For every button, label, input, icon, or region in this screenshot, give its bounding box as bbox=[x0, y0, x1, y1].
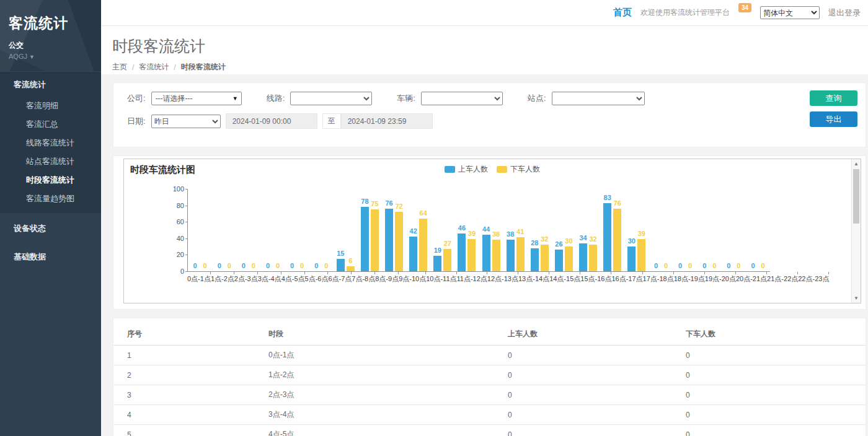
chart-panel: 时段车流统计图 上车人数下车人数 02040608010000000000000… bbox=[113, 155, 866, 310]
x-axis-label: 12点-13点 bbox=[487, 272, 518, 284]
line-label: 线路: bbox=[267, 93, 285, 104]
line-filter: 线路: bbox=[267, 92, 373, 105]
table-cell: 2点-3点 bbox=[268, 385, 508, 405]
scroll-up-icon[interactable]: ▲ bbox=[852, 161, 861, 167]
station-select[interactable] bbox=[552, 92, 645, 105]
y-axis-label: 60 bbox=[162, 218, 184, 225]
sidebar-item-站点客流统计[interactable]: 站点客流统计 bbox=[0, 152, 101, 171]
caret-down-icon: ▼ bbox=[29, 54, 35, 60]
bar-group: 00 bbox=[673, 189, 698, 271]
app-logo-title: 客流统计 bbox=[9, 14, 92, 33]
bar-value-label: 34 bbox=[579, 234, 587, 242]
bar-value-label: 75 bbox=[371, 200, 378, 207]
chart-scrollbar[interactable]: ▲ ▼ bbox=[851, 159, 861, 303]
x-axis-label: 13点-14点 bbox=[518, 272, 549, 284]
language-select[interactable]: 简体中文 bbox=[760, 6, 820, 19]
sidebar-item-线路客流统计[interactable]: 线路客流统计 bbox=[0, 134, 101, 152]
bar-group: 00 bbox=[698, 189, 722, 271]
logout-link[interactable]: 退出登录 bbox=[828, 7, 861, 19]
bar-value-label: 30 bbox=[565, 237, 572, 245]
y-axis-label: 20 bbox=[162, 251, 184, 258]
breadcrumb-section[interactable]: 客流统计 bbox=[139, 62, 169, 72]
bar-group: 7672 bbox=[382, 189, 406, 271]
bar-group: 00 bbox=[285, 189, 309, 271]
y-axis-label: 0 bbox=[162, 268, 184, 275]
company-select[interactable]: ---请选择--- bbox=[151, 92, 242, 105]
page-heading: 时段客流统计 主页 / 客流统计 / 时段客流统计 bbox=[101, 26, 868, 74]
bar-group: 3039 bbox=[624, 189, 649, 271]
sidebar-section-基础数据[interactable]: 基础数据 bbox=[0, 244, 101, 270]
date-to-input[interactable] bbox=[341, 113, 433, 129]
query-button[interactable]: 查询 bbox=[810, 90, 857, 106]
filter-row-2: 日期: 昨日 至 bbox=[127, 113, 853, 129]
sidebar-item-客流明细[interactable]: 客流明细 bbox=[0, 97, 101, 115]
scrollbar-thumb[interactable] bbox=[853, 169, 859, 224]
bar-value-label: 83 bbox=[604, 194, 611, 201]
sidebar: 客流统计 公交 AQGJ▼ 客流统计客流明细客流汇总线路客流统计站点客流统计时段… bbox=[0, 0, 101, 436]
sidebar-item-时段客流统计[interactable]: 时段客流统计 bbox=[0, 171, 101, 190]
data-table-panel: 序号时段上车人数下车人数 10点-1点0021点-2点0032点-3点0043点… bbox=[113, 318, 866, 436]
bar-group: 7875 bbox=[358, 189, 382, 271]
bar-group: 2832 bbox=[528, 189, 552, 271]
chart-container: 时段车流统计图 上车人数下车人数 02040608010000000000000… bbox=[123, 159, 861, 303]
bar: 41 bbox=[516, 237, 525, 271]
bar-value-label: 39 bbox=[468, 230, 476, 237]
table-cell: 3点-4点 bbox=[268, 405, 508, 425]
sidebar-section-客流统计[interactable]: 客流统计 bbox=[0, 72, 101, 97]
date-preset-select[interactable]: 昨日 bbox=[151, 115, 221, 128]
x-axis-label: 14点-15点 bbox=[549, 272, 580, 284]
table-header-cell: 下车人数 bbox=[686, 325, 866, 346]
scroll-down-icon[interactable]: ▼ bbox=[852, 295, 861, 301]
y-axis-label: 40 bbox=[162, 235, 184, 242]
table-header-row: 序号时段上车人数下车人数 bbox=[113, 325, 866, 346]
date-from-input[interactable] bbox=[226, 113, 317, 129]
vehicle-select[interactable] bbox=[421, 92, 503, 105]
x-axis-label: 15点-16点 bbox=[580, 272, 611, 284]
bar: 27 bbox=[443, 249, 451, 271]
bar-value-label: 0 bbox=[664, 262, 668, 269]
bar-group: 4438 bbox=[479, 189, 503, 271]
bar-group: 1927 bbox=[430, 189, 454, 271]
x-axis-label: 2点-3点 bbox=[234, 272, 258, 284]
table-row: 32点-3点00 bbox=[113, 385, 866, 405]
bar-group: 2630 bbox=[552, 189, 576, 271]
table-row: 10点-1点00 bbox=[113, 346, 866, 365]
home-link[interactable]: 首页 bbox=[613, 7, 632, 19]
bar-value-label: 0 bbox=[727, 262, 730, 269]
user-menu[interactable]: AQGJ▼ bbox=[9, 53, 92, 60]
vehicle-filter: 车辆: bbox=[397, 92, 503, 105]
y-axis-tick bbox=[185, 238, 188, 239]
legend-item-下车人数[interactable]: 下车人数 bbox=[497, 164, 540, 175]
x-axis-label: 8点-9点 bbox=[375, 272, 399, 284]
table-cell: 0 bbox=[508, 365, 686, 385]
bar-value-label: 0 bbox=[751, 262, 755, 269]
bar: 19 bbox=[433, 256, 441, 271]
x-axis-label: 5点-6点 bbox=[305, 272, 329, 284]
line-select[interactable] bbox=[290, 92, 372, 105]
table-cell: 0 bbox=[508, 346, 686, 365]
legend-item-上车人数[interactable]: 上车人数 bbox=[445, 164, 488, 175]
sidebar-section-设备状态[interactable]: 设备状态 bbox=[0, 216, 101, 242]
export-button[interactable]: 导出 bbox=[810, 111, 857, 127]
table-cell: 0点-1点 bbox=[268, 346, 508, 365]
bar-value-label: 64 bbox=[420, 209, 427, 217]
sidebar-item-客流量趋势图[interactable]: 客流量趋势图 bbox=[0, 190, 101, 208]
bar-group: 156 bbox=[334, 189, 358, 271]
notification-badge[interactable]: 34 bbox=[738, 3, 751, 12]
y-axis-tick bbox=[185, 206, 188, 206]
bar-value-label: 0 bbox=[266, 262, 270, 269]
breadcrumb: 主页 / 客流统计 / 时段客流统计 bbox=[112, 62, 868, 72]
table-cell: 3 bbox=[113, 385, 268, 405]
bar-value-label: 0 bbox=[737, 262, 740, 269]
table-cell: 1点-2点 bbox=[268, 365, 508, 385]
table-cell: 0 bbox=[686, 365, 866, 385]
y-axis-tick bbox=[185, 222, 188, 222]
table-cell: 0 bbox=[686, 405, 866, 425]
company-label: 公司: bbox=[127, 93, 146, 104]
breadcrumb-home[interactable]: 主页 bbox=[112, 62, 127, 72]
x-axis-label: 18点-19点 bbox=[674, 272, 705, 284]
bar-value-label: 0 bbox=[654, 262, 658, 269]
hourly-data-table: 序号时段上车人数下车人数 10点-1点0021点-2点0032点-3点0043点… bbox=[113, 325, 866, 436]
sidebar-item-客流汇总[interactable]: 客流汇总 bbox=[0, 115, 101, 134]
y-axis-label: 80 bbox=[162, 202, 184, 209]
